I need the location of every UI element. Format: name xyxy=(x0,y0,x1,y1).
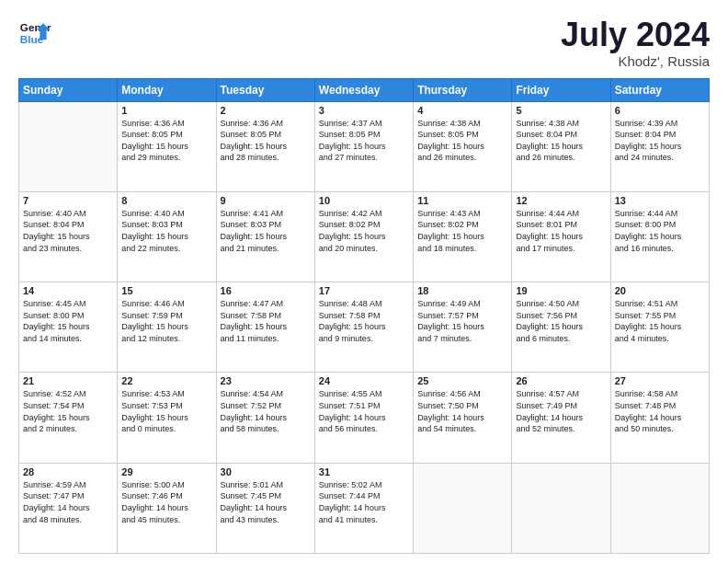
table-row xyxy=(512,463,610,553)
calendar-body: 1Sunrise: 4:36 AM Sunset: 8:05 PM Daylig… xyxy=(19,101,710,553)
day-number: 13 xyxy=(615,195,705,206)
table-row: 19Sunrise: 4:50 AM Sunset: 7:56 PM Dayli… xyxy=(512,282,610,373)
title-block: July 2024 Khodz', Russia xyxy=(561,17,710,69)
table-row: 2Sunrise: 4:36 AM Sunset: 8:05 PM Daylig… xyxy=(216,101,314,191)
cell-content: Sunrise: 4:39 AM Sunset: 8:04 PM Dayligh… xyxy=(615,118,705,164)
table-row: 7Sunrise: 4:40 AM Sunset: 8:04 PM Daylig… xyxy=(19,191,118,282)
cell-content: Sunrise: 4:55 AM Sunset: 7:51 PM Dayligh… xyxy=(319,388,409,434)
day-number: 30 xyxy=(221,466,311,477)
cell-content: Sunrise: 4:53 AM Sunset: 7:53 PM Dayligh… xyxy=(121,388,211,434)
day-number: 12 xyxy=(516,195,606,206)
cell-content: Sunrise: 4:58 AM Sunset: 7:48 PM Dayligh… xyxy=(615,388,705,434)
table-row: 12Sunrise: 4:44 AM Sunset: 8:01 PM Dayli… xyxy=(512,191,610,282)
table-row: 9Sunrise: 4:41 AM Sunset: 8:03 PM Daylig… xyxy=(216,191,314,282)
cell-content: Sunrise: 4:36 AM Sunset: 8:05 PM Dayligh… xyxy=(121,118,211,164)
day-number: 7 xyxy=(23,195,113,206)
calendar-header-row: Sunday Monday Tuesday Wednesday Thursday… xyxy=(19,78,710,101)
cell-content: Sunrise: 4:45 AM Sunset: 8:00 PM Dayligh… xyxy=(23,298,113,344)
table-row: 23Sunrise: 4:54 AM Sunset: 7:52 PM Dayli… xyxy=(216,373,314,463)
day-number: 19 xyxy=(516,285,606,296)
table-row: 11Sunrise: 4:43 AM Sunset: 8:02 PM Dayli… xyxy=(414,191,512,282)
logo: General Blue xyxy=(18,17,51,50)
table-row: 3Sunrise: 4:37 AM Sunset: 8:05 PM Daylig… xyxy=(314,101,413,191)
table-row: 24Sunrise: 4:55 AM Sunset: 7:51 PM Dayli… xyxy=(314,373,413,463)
cell-content: Sunrise: 4:57 AM Sunset: 7:49 PM Dayligh… xyxy=(516,388,606,434)
cell-content: Sunrise: 4:47 AM Sunset: 7:58 PM Dayligh… xyxy=(221,298,311,344)
day-number: 17 xyxy=(319,285,409,296)
col-tuesday: Tuesday xyxy=(216,78,314,101)
table-row xyxy=(610,463,709,553)
day-number: 21 xyxy=(23,375,113,386)
day-number: 29 xyxy=(121,466,211,477)
table-row: 26Sunrise: 4:57 AM Sunset: 7:49 PM Dayli… xyxy=(512,373,610,463)
day-number: 8 xyxy=(121,195,211,206)
day-number: 20 xyxy=(615,285,705,296)
day-number: 16 xyxy=(221,285,311,296)
cell-content: Sunrise: 4:40 AM Sunset: 8:03 PM Dayligh… xyxy=(121,208,211,254)
table-row: 22Sunrise: 4:53 AM Sunset: 7:53 PM Dayli… xyxy=(118,373,216,463)
table-row: 29Sunrise: 5:00 AM Sunset: 7:46 PM Dayli… xyxy=(118,463,216,553)
page: General Blue July 2024 Khodz', Russia Su… xyxy=(0,0,728,563)
day-number: 10 xyxy=(319,195,409,206)
col-saturday: Saturday xyxy=(610,78,709,101)
cell-content: Sunrise: 4:46 AM Sunset: 7:59 PM Dayligh… xyxy=(121,298,211,344)
cell-content: Sunrise: 4:36 AM Sunset: 8:05 PM Dayligh… xyxy=(221,118,311,164)
cell-content: Sunrise: 4:56 AM Sunset: 7:50 PM Dayligh… xyxy=(417,388,507,434)
table-row: 27Sunrise: 4:58 AM Sunset: 7:48 PM Dayli… xyxy=(610,373,709,463)
col-sunday: Sunday xyxy=(19,78,118,101)
table-row xyxy=(19,101,118,191)
cell-content: Sunrise: 4:40 AM Sunset: 8:04 PM Dayligh… xyxy=(23,208,113,254)
cell-content: Sunrise: 4:44 AM Sunset: 8:01 PM Dayligh… xyxy=(516,208,606,254)
day-number: 14 xyxy=(23,285,113,296)
day-number: 6 xyxy=(615,105,705,116)
table-row: 16Sunrise: 4:47 AM Sunset: 7:58 PM Dayli… xyxy=(216,282,314,373)
calendar-week-row: 28Sunrise: 4:59 AM Sunset: 7:47 PM Dayli… xyxy=(19,463,710,553)
cell-content: Sunrise: 4:44 AM Sunset: 8:00 PM Dayligh… xyxy=(615,208,705,254)
cell-content: Sunrise: 4:49 AM Sunset: 7:57 PM Dayligh… xyxy=(417,298,507,344)
table-row: 18Sunrise: 4:49 AM Sunset: 7:57 PM Dayli… xyxy=(414,282,512,373)
table-row: 4Sunrise: 4:38 AM Sunset: 8:05 PM Daylig… xyxy=(414,101,512,191)
day-number: 23 xyxy=(221,375,311,386)
cell-content: Sunrise: 4:52 AM Sunset: 7:54 PM Dayligh… xyxy=(23,388,113,434)
table-row: 1Sunrise: 4:36 AM Sunset: 8:05 PM Daylig… xyxy=(118,101,216,191)
table-row: 10Sunrise: 4:42 AM Sunset: 8:02 PM Dayli… xyxy=(314,191,413,282)
day-number: 25 xyxy=(417,375,507,386)
cell-content: Sunrise: 4:38 AM Sunset: 8:05 PM Dayligh… xyxy=(417,118,507,164)
calendar-week-row: 21Sunrise: 4:52 AM Sunset: 7:54 PM Dayli… xyxy=(19,373,710,463)
table-row: 21Sunrise: 4:52 AM Sunset: 7:54 PM Dayli… xyxy=(19,373,118,463)
cell-content: Sunrise: 4:41 AM Sunset: 8:03 PM Dayligh… xyxy=(221,208,311,254)
day-number: 31 xyxy=(319,466,409,477)
col-wednesday: Wednesday xyxy=(314,78,413,101)
day-number: 24 xyxy=(319,375,409,386)
calendar-week-row: 14Sunrise: 4:45 AM Sunset: 8:00 PM Dayli… xyxy=(19,282,710,373)
table-row: 28Sunrise: 4:59 AM Sunset: 7:47 PM Dayli… xyxy=(19,463,118,553)
cell-content: Sunrise: 4:48 AM Sunset: 7:58 PM Dayligh… xyxy=(319,298,409,344)
table-row: 15Sunrise: 4:46 AM Sunset: 7:59 PM Dayli… xyxy=(118,282,216,373)
table-row: 31Sunrise: 5:02 AM Sunset: 7:44 PM Dayli… xyxy=(314,463,413,553)
table-row: 5Sunrise: 4:38 AM Sunset: 8:04 PM Daylig… xyxy=(512,101,610,191)
cell-content: Sunrise: 4:42 AM Sunset: 8:02 PM Dayligh… xyxy=(319,208,409,254)
day-number: 27 xyxy=(615,375,705,386)
day-number: 18 xyxy=(417,285,507,296)
table-row: 6Sunrise: 4:39 AM Sunset: 8:04 PM Daylig… xyxy=(610,101,709,191)
cell-content: Sunrise: 4:38 AM Sunset: 8:04 PM Dayligh… xyxy=(516,118,606,164)
day-number: 22 xyxy=(121,375,211,386)
table-row: 13Sunrise: 4:44 AM Sunset: 8:00 PM Dayli… xyxy=(610,191,709,282)
table-row: 30Sunrise: 5:01 AM Sunset: 7:45 PM Dayli… xyxy=(216,463,314,553)
day-number: 28 xyxy=(23,466,113,477)
col-thursday: Thursday xyxy=(414,78,512,101)
day-number: 4 xyxy=(417,105,507,116)
table-row: 8Sunrise: 4:40 AM Sunset: 8:03 PM Daylig… xyxy=(118,191,216,282)
day-number: 26 xyxy=(516,375,606,386)
title-month: July 2024 xyxy=(561,17,710,53)
day-number: 9 xyxy=(221,195,311,206)
day-number: 11 xyxy=(417,195,507,206)
cell-content: Sunrise: 4:59 AM Sunset: 7:47 PM Dayligh… xyxy=(23,479,113,525)
cell-content: Sunrise: 5:01 AM Sunset: 7:45 PM Dayligh… xyxy=(221,479,311,525)
cell-content: Sunrise: 4:37 AM Sunset: 8:05 PM Dayligh… xyxy=(319,118,409,164)
col-monday: Monday xyxy=(118,78,216,101)
table-row xyxy=(414,463,512,553)
table-row: 14Sunrise: 4:45 AM Sunset: 8:00 PM Dayli… xyxy=(19,282,118,373)
calendar-week-row: 1Sunrise: 4:36 AM Sunset: 8:05 PM Daylig… xyxy=(19,101,710,191)
table-row: 17Sunrise: 4:48 AM Sunset: 7:58 PM Dayli… xyxy=(314,282,413,373)
